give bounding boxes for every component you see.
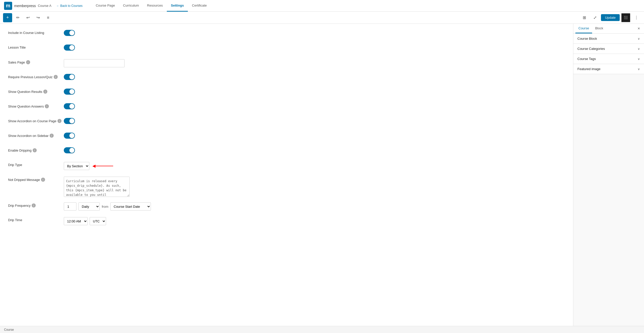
show-question-results-row: Show Question Results i [8, 89, 565, 98]
toolbar: + ✏ ↩ ↪ ≡ ⊞ ⤢ Update ⬛ ⋮ [0, 12, 644, 24]
show-accordion-course-toggle[interactable] [64, 118, 75, 124]
toolbar-right: ⊞ ⤢ Update ⬛ ⋮ [580, 13, 641, 22]
main-layout: Include in Course Listing Lesson Title [0, 24, 644, 326]
from-label: from [102, 205, 108, 209]
lesson-title-row: Lesson Title [8, 45, 565, 54]
sales-page-input[interactable] [64, 59, 125, 67]
drip-type-row: Drip Type By Section By Lesson By Quiz ◀ [8, 162, 565, 171]
sidebar-tabs: Course Block × [573, 24, 644, 34]
accordion-course-categories-chevron: ∨ [638, 47, 640, 51]
show-accordion-sidebar-toggle[interactable] [64, 133, 75, 139]
show-accordion-sidebar-control [64, 133, 565, 139]
undo-button[interactable]: ↩ [23, 13, 32, 22]
require-previous-row: Require Previous Lesson/Quiz i [8, 74, 565, 83]
show-question-results-toggle[interactable] [64, 89, 75, 95]
arrow-left-icon: ◀ [92, 164, 95, 168]
drip-frequency-number-input[interactable] [64, 202, 76, 211]
lesson-title-control [64, 45, 565, 51]
show-question-answers-label: Show Question Answers i [8, 103, 64, 108]
red-line-decoration [95, 166, 113, 166]
drip-frequency-from-select[interactable]: Course Start Date Enrollment Date Fixed … [110, 202, 151, 211]
accordion-course-tags-chevron: ∨ [638, 57, 640, 61]
accordion-featured-image-label: Featured image [577, 67, 600, 71]
accordion-course-block-label: Course Block [577, 37, 597, 40]
show-accordion-course-control [64, 118, 565, 124]
not-dripped-message-control [64, 177, 565, 197]
tab-course-page[interactable]: Course Page [92, 0, 119, 12]
back-arrow-icon: ← [56, 4, 59, 7]
drip-timezone-select[interactable]: UTC EST PST [90, 217, 106, 225]
settings-panel-button[interactable]: ⬛ [621, 13, 630, 22]
accordion-course-block-header[interactable]: Course Block ∨ [573, 34, 644, 44]
accordion-featured-image-header[interactable]: Featured image ∨ [573, 64, 644, 74]
top-navigation: m memberpress Course A ← Back to Courses… [0, 0, 644, 12]
sidebar-close-button[interactable]: × [636, 25, 642, 32]
brand-name: memberpress [14, 4, 36, 8]
preview-button[interactable]: ⤢ [590, 13, 599, 22]
show-question-results-label: Show Question Results i [8, 89, 64, 94]
accordion-featured-image: Featured image ∨ [573, 64, 644, 74]
view-button[interactable]: ⊞ [580, 13, 589, 22]
accordion-course-categories: Course Categories ∨ [573, 44, 644, 54]
require-previous-control [64, 74, 565, 80]
drip-type-label: Drip Type [8, 162, 64, 167]
nav-tabs: Course Page Curriculum Resources Setting… [92, 0, 211, 12]
drip-type-arrow-annotation: ◀ [92, 164, 113, 168]
lesson-title-label: Lesson Title [8, 45, 64, 49]
require-previous-toggle[interactable] [64, 74, 75, 80]
drip-time-select[interactable]: 12:00 AM 1:00 AM 12:00 PM [64, 217, 88, 225]
edit-button[interactable]: ✏ [13, 13, 22, 22]
update-button[interactable]: Update [601, 14, 620, 21]
show-accordion-sidebar-label: Show Accordion on Sidebar i [8, 133, 64, 138]
include-in-course-listing-control [64, 30, 565, 36]
tab-certificate[interactable]: Certificate [188, 0, 211, 12]
include-in-course-listing-label: Include in Course Listing [8, 30, 64, 35]
drip-frequency-control: Daily Weekly Monthly from Course Start D… [64, 202, 565, 211]
drip-frequency-row: Drip Frequency i Daily Weekly Monthly fr… [8, 202, 565, 212]
show-question-results-info-icon: i [43, 90, 47, 94]
tab-resources[interactable]: Resources [143, 0, 167, 12]
right-sidebar: Course Block × Course Block ∨ Course Cat… [573, 24, 644, 326]
show-question-answers-toggle[interactable] [64, 103, 75, 109]
sales-page-row: Sales Page i [8, 59, 565, 68]
sales-page-info-icon: i [26, 60, 30, 64]
tab-settings[interactable]: Settings [167, 0, 188, 12]
sidebar-tab-group: Course Block [575, 24, 606, 33]
tab-curriculum[interactable]: Curriculum [119, 0, 143, 12]
add-block-button[interactable]: + [3, 13, 12, 22]
enable-dripping-toggle[interactable] [64, 147, 75, 153]
logo-m-icon: m [4, 2, 12, 10]
sidebar-tab-course[interactable]: Course [575, 24, 592, 33]
show-question-answers-control [64, 103, 565, 109]
enable-dripping-control [64, 147, 565, 153]
drip-time-control: 12:00 AM 1:00 AM 12:00 PM UTC EST PST [64, 217, 565, 225]
drip-time-row: Drip Time 12:00 AM 1:00 AM 12:00 PM UTC … [8, 217, 565, 226]
redo-button[interactable]: ↪ [33, 13, 43, 22]
course-name: Course A [38, 4, 51, 8]
sidebar-tab-block[interactable]: Block [592, 24, 606, 33]
back-to-courses-link[interactable]: ← Back to Courses [56, 4, 83, 8]
drip-frequency-info-icon: i [32, 203, 36, 207]
show-question-results-control [64, 89, 565, 95]
require-previous-info-icon: i [54, 75, 58, 79]
include-in-course-listing-toggle[interactable] [64, 30, 75, 36]
accordion-course-categories-header[interactable]: Course Categories ∨ [573, 44, 644, 54]
show-accordion-course-info-icon: i [57, 119, 62, 123]
status-bar-label: Course [4, 328, 14, 331]
logo-area: m memberpress Course A [4, 2, 51, 10]
sales-page-label: Sales Page i [8, 59, 64, 64]
drip-frequency-period-select[interactable]: Daily Weekly Monthly [78, 202, 100, 211]
accordion-course-block-chevron: ∨ [638, 37, 640, 40]
enable-dripping-row: Enable Dripping i [8, 147, 565, 156]
not-dripped-message-textarea[interactable] [64, 177, 130, 197]
more-options-button[interactable]: ⋮ [632, 13, 641, 22]
list-view-button[interactable]: ≡ [44, 13, 53, 22]
enable-dripping-label: Enable Dripping i [8, 147, 64, 152]
drip-frequency-label: Drip Frequency i [8, 202, 64, 207]
drip-type-select[interactable]: By Section By Lesson By Quiz [64, 162, 89, 170]
accordion-course-categories-label: Course Categories [577, 47, 605, 51]
sales-page-control [64, 59, 565, 67]
lesson-title-toggle[interactable] [64, 45, 75, 51]
accordion-course-tags-header[interactable]: Course Tags ∨ [573, 54, 644, 64]
show-accordion-course-label: Show Accordion on Course Page i [8, 118, 64, 123]
